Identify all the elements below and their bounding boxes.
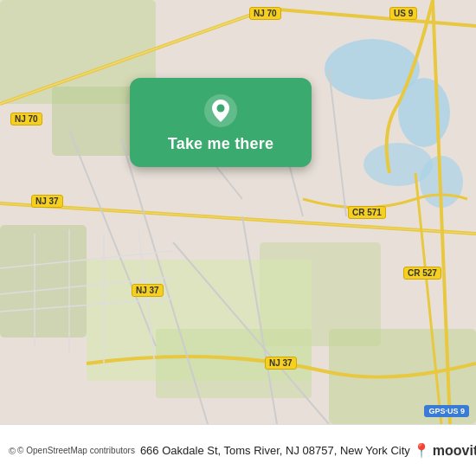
- popup-label: Take me there: [168, 135, 273, 153]
- bottom-bar: © © OpenStreetMap contributors 666 Oakda…: [0, 424, 476, 476]
- road-label-nj70-left: NJ 70: [10, 113, 42, 125]
- road-label-nj37-bot: NJ 37: [265, 357, 297, 370]
- road-label-us9: US 9: [389, 7, 417, 20]
- road-label-nj37-left: NJ 37: [31, 195, 63, 208]
- road-label-cr527: CR 527: [403, 267, 441, 280]
- take-me-there-button[interactable]: Take me there: [130, 78, 312, 167]
- moovit-logo: 666 Oakdale St, Toms River, NJ 08757, Ne…: [140, 442, 476, 459]
- road-label-cr571: CR 571: [348, 206, 386, 219]
- road-label-nj37-mid: NJ 37: [132, 284, 164, 297]
- osm-credit: © © OpenStreetMap contributors: [9, 446, 135, 456]
- road-label-nj70-top: NJ 70: [249, 7, 281, 20]
- map-container: NJ 70 US 9 NJ 70 NJ 37 CR 571 NJ 37 CR 5…: [0, 0, 476, 424]
- address-text: 666 Oakdale St, Toms River, NJ 08757, Ne…: [140, 444, 410, 457]
- gps-badge: GPS·US 9: [424, 405, 469, 417]
- moovit-pin-icon: 📍: [413, 442, 430, 459]
- location-pin-icon: [203, 93, 238, 128]
- moovit-text: moovit: [433, 443, 476, 459]
- svg-rect-8: [0, 225, 87, 338]
- svg-point-34: [217, 105, 225, 113]
- map-svg: [0, 0, 476, 424]
